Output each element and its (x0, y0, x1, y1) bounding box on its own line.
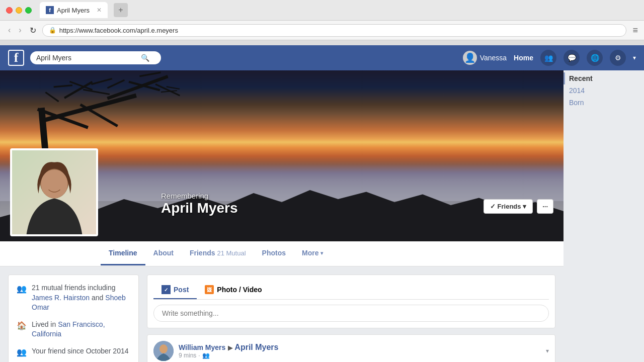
tab-title: April Myers (57, 7, 90, 14)
tab-friends[interactable]: Friends 21 Mutual (182, 242, 254, 265)
header-nav-right: 👤 Vanessa Home 👥 💬 🌐 ⚙ ▾ (463, 50, 636, 66)
tab-close-button[interactable]: ✕ (97, 7, 102, 14)
remembering-label: Remembering (161, 192, 238, 200)
post-arrow: ▶ (228, 344, 235, 351)
post-info: William Myers ▶ April Myers 9 mins · 👥 (179, 343, 541, 359)
refresh-button[interactable]: ↻ (28, 24, 38, 37)
nav-dropdown-icon[interactable]: ▾ (633, 54, 636, 61)
tab-favicon-icon: f (46, 6, 54, 14)
post-input[interactable] (153, 305, 549, 322)
svg-rect-5 (139, 72, 161, 77)
post-card: William Myers ▶ April Myers 9 mins · 👥 ▾ (147, 334, 555, 362)
lived-in-label: Lived in (32, 320, 56, 328)
friends-nav-icon[interactable]: 👥 (540, 50, 556, 66)
traffic-lights (6, 7, 32, 14)
friend-icon: 👥 (17, 347, 27, 358)
nav-user[interactable]: 👤 Vanessa (463, 51, 507, 65)
friends-icon: 👥 (17, 284, 27, 295)
more-options-button[interactable]: ··· (537, 199, 553, 214)
more-dropdown-arrow: ▾ (320, 250, 323, 256)
facebook-logo: f (8, 50, 24, 66)
profile-picture[interactable] (10, 148, 98, 236)
post-icon: ✓ (162, 285, 171, 294)
messages-nav-icon[interactable]: 💬 (564, 50, 580, 66)
back-button[interactable]: ‹ (6, 24, 13, 37)
new-tab-button[interactable]: + (114, 3, 128, 17)
svg-rect-13 (54, 84, 72, 87)
globe-icon: 👥 (202, 352, 210, 359)
post-time: 9 mins · 👥 (179, 352, 541, 359)
left-sidebar: 👥 21 mutual friends including James R. H… (8, 275, 139, 362)
tab-more[interactable]: More ▾ (294, 242, 331, 265)
globe-nav-icon[interactable]: 🌐 (587, 50, 603, 66)
svg-rect-14 (45, 92, 59, 102)
post-recipient-name[interactable]: April Myers (234, 343, 278, 351)
profile-photo-svg (12, 148, 96, 236)
user-avatar: 👤 (463, 51, 477, 65)
timeline-sidebar: Recent 2014 Born (564, 70, 644, 362)
forward-button[interactable]: › (17, 24, 23, 37)
browser-toolbar: ‹ › ↻ 🔒 https://www.facebook.com/april.e… (0, 20, 644, 40)
user-name: Vanessa (480, 54, 507, 62)
maximize-window-button[interactable] (25, 7, 32, 14)
post-options-chevron[interactable]: ▾ (546, 347, 549, 354)
info-card: 👥 21 mutual friends including James R. H… (8, 275, 139, 362)
svg-point-21 (159, 344, 168, 353)
friends-button[interactable]: ✓ Friends ▾ (484, 199, 533, 214)
svg-point-19 (41, 169, 67, 198)
mutual-count: 21 Mutual (217, 249, 246, 257)
ssl-lock-icon: 🔒 (49, 27, 56, 34)
svg-rect-1 (42, 94, 137, 123)
browser-chrome: f April Myers ✕ + ‹ › ↻ 🔒 https://www.fa… (0, 0, 644, 45)
home-link[interactable]: Home (514, 54, 533, 62)
tab-photo-video[interactable]: 🖼 Photo / Video (197, 281, 270, 299)
tab-photos[interactable]: Photos (254, 242, 294, 265)
friend-since-text: Your friend since October 2014 (32, 346, 129, 356)
search-input[interactable] (36, 54, 137, 62)
tab-timeline[interactable]: Timeline (101, 242, 145, 265)
search-bar[interactable]: 🔍 (30, 51, 161, 64)
post-author-avatar[interactable] (153, 341, 174, 361)
address-bar[interactable]: 🔒 https://www.facebook.com/april.e.meyer… (42, 24, 627, 37)
svg-rect-7 (107, 79, 125, 89)
timeline-recent[interactable]: Recent (564, 72, 644, 84)
profile-content: 👥 21 mutual friends including James R. H… (0, 266, 564, 362)
home-icon: 🏠 (17, 320, 27, 331)
svg-rect-2 (107, 75, 168, 100)
tab-photo-label: Photo / Video (217, 286, 262, 294)
facebook-header: f 🔍 👤 Vanessa Home 👥 💬 🌐 ⚙ ▾ (0, 45, 644, 70)
browser-tab[interactable]: f April Myers ✕ (40, 2, 108, 18)
close-window-button[interactable] (6, 7, 13, 14)
post-composer: ✓ Post 🖼 Photo / Video (147, 275, 555, 328)
friend-since-item: 👥 Your friend since October 2014 (17, 346, 130, 358)
photo-icon: 🖼 (205, 285, 214, 294)
profile-area: Remembering April Myers ✓ Friends ▾ ··· … (0, 70, 564, 362)
main-feed: ✓ Post 🖼 Photo / Video (147, 275, 555, 362)
minimize-window-button[interactable] (16, 7, 22, 14)
profile-photo (12, 150, 96, 234)
profile-name-area: Remembering April Myers (161, 192, 238, 216)
browser-titlebar: f April Myers ✕ + (0, 0, 644, 20)
friend1-link[interactable]: James R. Hairston (32, 294, 90, 302)
author-avatar-svg (153, 341, 174, 361)
mutual-friends-text: 21 mutual friends including (32, 284, 116, 292)
svg-rect-10 (83, 89, 110, 95)
post-header: William Myers ▶ April Myers 9 mins · 👥 ▾ (153, 341, 549, 361)
timeline-born[interactable]: Born (564, 97, 644, 109)
profile-actions: ✓ Friends ▾ ··· (484, 199, 553, 214)
profile-full-name: April Myers (161, 200, 238, 216)
main-content: Remembering April Myers ✓ Friends ▾ ··· … (0, 70, 644, 362)
timeline-2014[interactable]: 2014 (564, 84, 644, 97)
svg-rect-16 (166, 86, 180, 89)
search-icon[interactable]: 🔍 (141, 54, 149, 62)
cover-photo: Remembering April Myers ✓ Friends ▾ ··· (0, 70, 564, 241)
tab-post[interactable]: ✓ Post (153, 281, 197, 299)
svg-rect-11 (91, 78, 112, 85)
tab-about[interactable]: About (145, 242, 182, 265)
mutual-friends-item: 👥 21 mutual friends including James R. H… (17, 283, 130, 313)
tab-post-label: Post (174, 286, 189, 294)
post-author-name[interactable]: William Myers (179, 343, 225, 351)
browser-menu-button[interactable]: ≡ (632, 25, 638, 36)
settings-nav-icon[interactable]: ⚙ (610, 50, 626, 66)
privacy-icon: · (198, 352, 200, 359)
